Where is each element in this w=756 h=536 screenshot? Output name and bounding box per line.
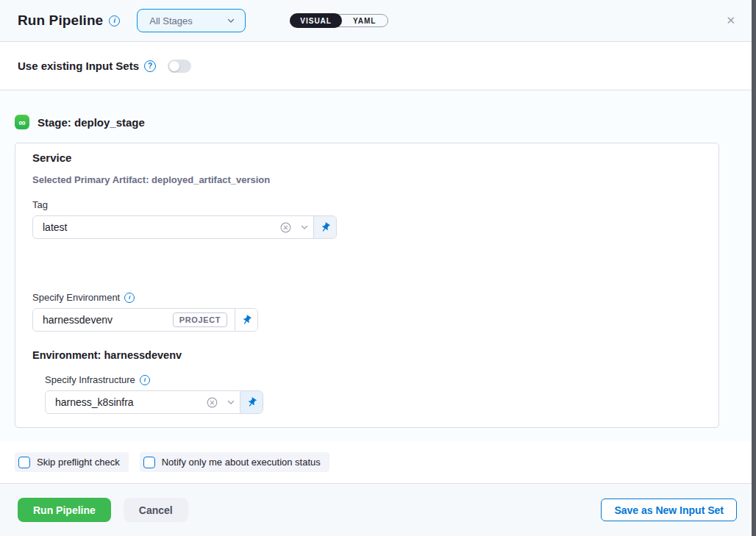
tag-pin-button[interactable] [313,216,336,238]
use-input-sets-label: Use existing Input Sets [18,60,139,72]
environment-input[interactable] [33,309,173,331]
page-title: Run Pipeline [18,12,103,29]
project-scope-badge: PROJECT [173,312,227,327]
environment-label: Specify Environment i [32,292,718,303]
clear-icon[interactable] [276,216,296,238]
visual-yaml-toggle: VISUAL YAML [290,14,388,27]
run-options-row: Skip preflight check Notify only me abou… [0,441,752,484]
chevron-down-icon [226,15,236,26]
infrastructure-pin-button[interactable] [240,391,263,413]
environment-heading: Environment: harnessdevenv [32,349,718,361]
toggle-yaml[interactable]: YAML [341,17,388,25]
pipeline-inputs-section: ∞ Stage: deploy_stage Service Selected P… [0,90,752,441]
pin-icon [239,312,254,328]
deploy-stage-icon: ∞ [15,115,29,129]
dimmed-background-edge [752,0,756,536]
run-pipeline-button[interactable]: Run Pipeline [18,498,111,522]
cancel-button[interactable]: Cancel [124,498,188,522]
chevron-down-icon[interactable] [222,391,240,413]
stage-label: Stage: deploy_stage [38,116,145,129]
tag-input[interactable] [33,216,276,238]
run-pipeline-info-icon[interactable]: i [109,15,120,26]
infrastructure-block: Specify Infrastructure i [45,374,718,414]
input-sets-row: Use existing Input Sets ? [0,42,752,90]
infrastructure-input[interactable] [46,391,202,413]
environment-pin-button[interactable] [235,309,257,331]
stage-selector-dropdown[interactable]: All Stages [137,9,246,32]
tag-input-group [32,215,337,239]
save-as-new-input-set-button[interactable]: Save as New Input Set [601,499,737,521]
infrastructure-input-group [45,390,263,414]
service-card: Service Selected Primary Artifact: deplo… [15,143,719,428]
chevron-down-icon[interactable] [296,216,313,238]
pin-icon [318,220,333,235]
service-title: Service [32,151,718,164]
environment-input-group: PROJECT [32,308,258,332]
help-icon[interactable]: ? [144,60,156,72]
stage-selector-value: All Stages [149,15,226,26]
pin-icon [244,395,260,410]
close-icon[interactable]: ✕ [723,11,738,30]
stage-row: ∞ Stage: deploy_stage [15,115,752,129]
skip-preflight-checkbox-chip[interactable]: Skip preflight check [15,452,129,472]
notify-me-checkbox-chip[interactable]: Notify only me about execution status [140,452,329,472]
run-pipeline-modal: Run Pipeline i All Stages VISUAL YAML ✕ … [0,0,752,536]
use-input-sets-toggle[interactable] [168,60,191,73]
modal-header: Run Pipeline i All Stages VISUAL YAML ✕ [0,0,752,42]
toggle-visual[interactable]: VISUAL [290,13,342,28]
skip-preflight-label: Skip preflight check [37,457,120,468]
infrastructure-label: Specify Infrastructure i [45,374,718,385]
checkbox-icon[interactable] [18,457,30,468]
tag-label: Tag [32,199,718,210]
toggle-knob [169,61,179,71]
notify-me-label: Notify only me about execution status [162,457,321,468]
environment-info-icon[interactable]: i [124,293,135,303]
clear-icon[interactable] [202,391,222,413]
selected-artifact-text: Selected Primary Artifact: deployed_arti… [32,174,718,185]
modal-footer: Run Pipeline Cancel Save as New Input Se… [0,484,752,536]
checkbox-icon[interactable] [143,457,155,468]
infrastructure-info-icon[interactable]: i [140,375,150,385]
run-pipeline-modal-page: Run Pipeline i All Stages VISUAL YAML ✕ … [0,0,756,536]
